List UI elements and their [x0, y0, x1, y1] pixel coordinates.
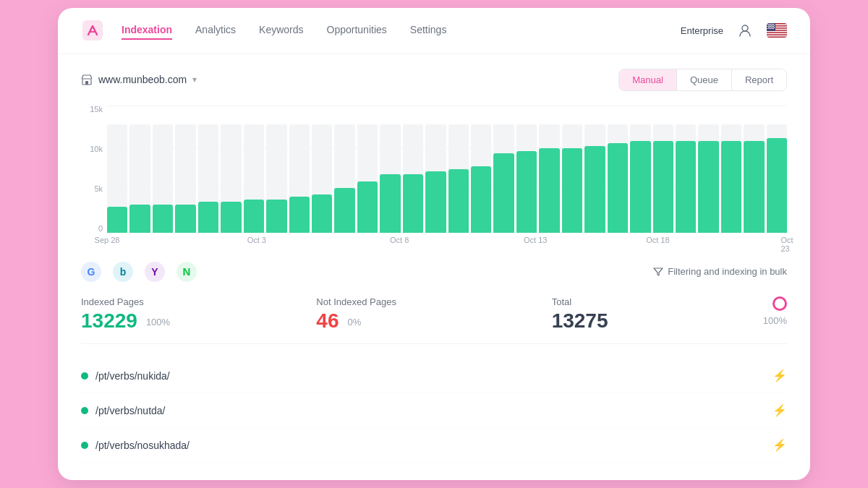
bar-group-25	[676, 106, 696, 233]
bar-group-22	[608, 106, 628, 233]
total-circle-icon	[773, 296, 787, 311]
domain-text: www.munbeob.com	[98, 74, 187, 85]
bar-group-20	[562, 106, 582, 233]
bar-group-7	[266, 106, 286, 233]
bar-group-18	[516, 106, 537, 233]
url-left-1: /pt/verbs/nukida/	[81, 370, 170, 382]
user-icon[interactable]	[735, 20, 755, 40]
bar-group-10	[334, 106, 354, 233]
svg-point-11	[769, 24, 770, 25]
svg-rect-36	[85, 81, 88, 85]
svg-point-15	[768, 25, 769, 25]
svg-rect-8	[767, 35, 787, 37]
url-dot-2	[81, 407, 88, 414]
bing-icon[interactable]: b	[113, 262, 133, 282]
not-indexed-with-percent: 46 0%	[316, 310, 551, 333]
flag-icon[interactable]	[767, 23, 787, 38]
x-label-oct18: Oct 18	[646, 236, 669, 244]
bar-group-15	[448, 106, 469, 233]
bar-group-9	[312, 106, 332, 233]
total-with-percent: 13275	[552, 310, 608, 333]
svg-point-12	[770, 24, 771, 25]
svg-rect-0	[82, 20, 103, 40]
url-dot-3	[81, 442, 88, 449]
svg-point-29	[774, 27, 775, 27]
nav-item-indexation[interactable]: Indexation	[122, 21, 172, 40]
chart-y-axis: 15k 10k 5k 0	[81, 106, 107, 233]
yahoo-icon[interactable]: Y	[145, 262, 165, 282]
bar-group-21	[584, 106, 605, 233]
bar-group-13	[403, 106, 423, 233]
bar-group-0	[107, 106, 127, 233]
indexed-percent: 100%	[146, 317, 170, 328]
bar-group-11	[357, 106, 378, 233]
total-label: Total	[552, 296, 608, 307]
svg-point-20	[767, 26, 768, 27]
bar-group-14	[425, 106, 446, 233]
svg-point-27	[771, 27, 772, 27]
report-button[interactable]: Report	[732, 69, 786, 90]
action-buttons: Manual Queue Report	[618, 69, 787, 91]
not-indexed-label: Not Indexed Pages	[316, 296, 551, 307]
url-text-1: /pt/verbs/nukida/	[95, 370, 170, 382]
bar-group-29	[767, 106, 787, 233]
google-icon[interactable]: G	[81, 262, 101, 282]
chart-bars	[107, 106, 787, 233]
x-label-sep28: Sep 28	[95, 236, 120, 244]
bar-group-16	[471, 106, 491, 233]
bar-group-4	[198, 106, 218, 233]
bar-group-28	[744, 106, 764, 233]
bolt-icon-2[interactable]: ⚡	[773, 403, 787, 417]
svg-point-16	[770, 25, 770, 25]
queue-button[interactable]: Queue	[677, 69, 732, 90]
nav-items: Indexation Analytics Keywords Opportunit…	[122, 21, 681, 40]
manual-button[interactable]: Manual	[619, 69, 677, 90]
not-indexed-percent: 0%	[347, 317, 361, 328]
url-list: /pt/verbs/nukida/ ⚡ /pt/verbs/nutda/ ⚡ /…	[81, 359, 787, 463]
stat-indexed: Indexed Pages 13229 100%	[81, 296, 316, 333]
naver-icon[interactable]: N	[176, 262, 197, 282]
not-indexed-value: 46	[316, 310, 339, 333]
url-left-3: /pt/verbs/nosukhada/	[81, 440, 190, 451]
domain-selector[interactable]: www.munbeob.com ▾	[81, 74, 197, 85]
svg-point-34	[773, 28, 774, 29]
url-row-2: /pt/verbs/nutda/ ⚡	[81, 393, 787, 428]
store-icon	[81, 74, 93, 85]
nav-item-keywords[interactable]: Keywords	[259, 21, 303, 40]
svg-point-10	[767, 24, 768, 25]
nav-right: Enterprise	[681, 20, 787, 40]
bolt-icon-3[interactable]: ⚡	[773, 438, 787, 452]
x-label-oct3: Oct 3	[247, 236, 266, 244]
svg-point-24	[773, 26, 774, 27]
y-label-5k: 5k	[94, 185, 103, 193]
y-label-15k: 15k	[90, 106, 103, 114]
bar-group-12	[380, 106, 400, 233]
bar-group-26	[698, 106, 718, 233]
filter-icon	[653, 267, 663, 277]
domain-arrow-icon: ▾	[192, 74, 197, 85]
bolt-icon-1[interactable]: ⚡	[773, 369, 787, 382]
url-text-3: /pt/verbs/nosukhada/	[95, 440, 190, 451]
url-row-1: /pt/verbs/nukida/ ⚡	[81, 359, 787, 393]
nav-item-analytics[interactable]: Analytics	[195, 21, 236, 40]
url-dot-1	[81, 372, 88, 380]
search-engines-row: G b Y N Filtering and indexing in bulk	[81, 262, 787, 282]
svg-rect-6	[767, 31, 787, 33]
x-label-oct13: Oct 13	[524, 236, 547, 244]
svg-point-1	[742, 25, 748, 31]
svg-point-25	[768, 27, 769, 27]
svg-point-30	[767, 28, 768, 29]
bar-group-1	[129, 106, 150, 233]
filter-bulk-button[interactable]: Filtering and indexing in bulk	[653, 266, 787, 277]
nav-item-settings[interactable]: Settings	[410, 21, 447, 40]
stat-total: Total 13275 100%	[552, 296, 787, 333]
nav-item-opportunities[interactable]: Opportunities	[327, 21, 387, 40]
y-label-10k: 10k	[90, 145, 103, 153]
logo	[81, 19, 104, 42]
bar-group-24	[653, 106, 673, 233]
svg-point-33	[772, 28, 773, 29]
svg-point-26	[770, 27, 770, 27]
chart-x-labels: Sep 28 Oct 3 Oct 8 Oct 13 Oct 18 Oct 23	[107, 236, 787, 250]
url-left-2: /pt/verbs/nutda/	[81, 405, 166, 416]
navigation: Indexation Analytics Keywords Opportunit…	[58, 8, 810, 54]
